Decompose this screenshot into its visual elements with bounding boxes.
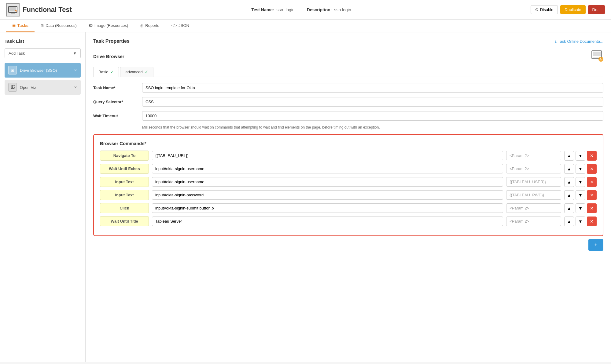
query-selector-input[interactable] bbox=[142, 97, 603, 107]
cmd-param2-4[interactable] bbox=[506, 203, 561, 213]
wait-timeout-input[interactable] bbox=[142, 111, 603, 121]
task-close-open-viz[interactable]: ✕ bbox=[74, 85, 77, 89]
cmd-down-1[interactable]: ▼ bbox=[576, 164, 585, 174]
cmd-param2-1[interactable] bbox=[506, 164, 561, 173]
cmd-param2-0[interactable] bbox=[506, 151, 561, 160]
cmd-down-5[interactable]: ▼ bbox=[576, 217, 585, 226]
command-row-0: Navigate To ▲ ▼ ✕ bbox=[100, 151, 597, 161]
cmd-delete-4[interactable]: ✕ bbox=[587, 203, 597, 213]
sidebar: Task List Add Task ▼ ⊞ Drive Browser (SS… bbox=[0, 32, 86, 362]
task-close-drive-browser[interactable]: ✕ bbox=[74, 68, 77, 72]
command-row-2: Input Text ▲ ▼ ✕ bbox=[100, 177, 597, 187]
json-icon: </> bbox=[171, 24, 177, 28]
cmd-delete-2[interactable]: ✕ bbox=[587, 177, 597, 187]
tab-reports[interactable]: ◎ Reports bbox=[134, 20, 165, 32]
command-row-4: Click ▲ ▼ ✕ bbox=[100, 203, 597, 213]
tab-tasks[interactable]: ☰ Tasks bbox=[6, 20, 35, 32]
info-icon: ℹ bbox=[555, 39, 557, 44]
test-name-value: sso_login bbox=[277, 7, 295, 12]
tab-json[interactable]: </> JSON bbox=[165, 20, 195, 32]
cmd-param1-5[interactable] bbox=[152, 217, 503, 226]
cmd-delete-0[interactable]: ✕ bbox=[587, 151, 597, 161]
cmd-param1-4[interactable] bbox=[152, 203, 503, 213]
task-name-label: Task Name* bbox=[93, 86, 136, 90]
command-row-3: Input Text ▲ ▼ ✕ bbox=[100, 190, 597, 200]
cmd-up-4[interactable]: ▲ bbox=[564, 203, 574, 213]
dropdown-icon: ▼ bbox=[73, 51, 77, 56]
cmd-param1-2[interactable] bbox=[152, 177, 503, 187]
add-command-button[interactable]: + bbox=[588, 239, 603, 251]
cmd-label-1: Wait Until Exists bbox=[100, 164, 149, 174]
cmd-up-5[interactable]: ▲ bbox=[564, 217, 574, 226]
cmd-param2-3[interactable] bbox=[506, 190, 561, 200]
add-task-button[interactable]: Add Task ▼ bbox=[5, 48, 81, 58]
delete-button[interactable]: De... bbox=[588, 5, 605, 14]
cmd-down-2[interactable]: ▼ bbox=[576, 177, 585, 187]
sub-tab-advanced[interactable]: advanced ✓ bbox=[120, 67, 153, 77]
cmd-up-0[interactable]: ▲ bbox=[564, 151, 574, 161]
reports-icon: ◎ bbox=[140, 24, 143, 28]
tab-data-resources[interactable]: ⊞ Data (Resources) bbox=[35, 20, 83, 32]
cmd-label-3: Input Text bbox=[100, 190, 149, 200]
cmd-up-3[interactable]: ▲ bbox=[564, 190, 574, 200]
cmd-param2-2[interactable] bbox=[506, 177, 561, 187]
drive-browser-icon: ↻ bbox=[591, 50, 603, 62]
task-name-group: Task Name* bbox=[93, 83, 603, 93]
header: Functional Test Test Name: sso_login Des… bbox=[0, 0, 611, 20]
query-selector-group: Query Selector* bbox=[93, 97, 603, 107]
browser-commands-title: Browser Commands* bbox=[100, 141, 597, 146]
task-icon-drive-browser: ⊞ bbox=[8, 66, 17, 75]
test-name-label: Test Name: bbox=[251, 7, 274, 12]
image-icon: 🖼 bbox=[89, 24, 93, 28]
description-value: sso login bbox=[334, 7, 351, 12]
sub-tab-basic[interactable]: Basic ✓ bbox=[93, 67, 119, 77]
svg-point-5 bbox=[16, 10, 17, 12]
cmd-down-4[interactable]: ▼ bbox=[576, 203, 585, 213]
drive-browser-header: Drive Browser ↻ bbox=[93, 50, 603, 62]
duplicate-button[interactable]: Duplicate bbox=[560, 5, 585, 14]
logo-icon bbox=[6, 3, 20, 16]
sidebar-item-open-viz[interactable]: 🖼 Open Viz ✕ bbox=[5, 80, 81, 95]
tab-image-resources[interactable]: 🖼 Image (Resources) bbox=[83, 20, 134, 32]
wait-timeout-group: Wait Timeout bbox=[93, 111, 603, 121]
svg-rect-7 bbox=[593, 52, 601, 56]
cmd-actions-2: ▲ ▼ ✕ bbox=[564, 177, 597, 187]
cmd-param2-5[interactable] bbox=[506, 217, 561, 226]
test-name-field: Test Name: sso_login bbox=[251, 7, 295, 12]
header-center: Test Name: sso_login Description: sso lo… bbox=[84, 7, 518, 12]
task-icon-open-viz: 🖼 bbox=[8, 83, 17, 92]
cmd-actions-5: ▲ ▼ ✕ bbox=[564, 217, 597, 226]
task-name-input[interactable] bbox=[142, 83, 603, 93]
command-row-1: Wait Until Exists ▲ ▼ ✕ bbox=[100, 164, 597, 174]
main-tabs: ☰ Tasks ⊞ Data (Resources) 🖼 Image (Reso… bbox=[0, 20, 611, 32]
data-icon: ⊞ bbox=[41, 24, 44, 28]
main-content: Task Properties ℹ Task Online Documenta.… bbox=[86, 32, 611, 362]
cmd-param1-3[interactable] bbox=[152, 190, 503, 200]
wait-timeout-hint: Milliseconds that the browser should wai… bbox=[142, 125, 603, 129]
cmd-label-5: Wait Until Title bbox=[100, 216, 149, 226]
wait-timeout-label: Wait Timeout bbox=[93, 114, 136, 118]
disable-button[interactable]: ⊙ Disable bbox=[531, 5, 558, 14]
cmd-up-2[interactable]: ▲ bbox=[564, 177, 574, 187]
cmd-actions-0: ▲ ▼ ✕ bbox=[564, 151, 597, 161]
cmd-delete-5[interactable]: ✕ bbox=[587, 217, 597, 226]
sidebar-item-drive-browser[interactable]: ⊞ Drive Browser (SSO) ✕ bbox=[5, 63, 81, 78]
cmd-delete-3[interactable]: ✕ bbox=[587, 190, 597, 200]
task-online-doc-link[interactable]: ℹ Task Online Documenta... bbox=[555, 39, 603, 44]
cmd-up-1[interactable]: ▲ bbox=[564, 164, 574, 174]
cmd-delete-1[interactable]: ✕ bbox=[587, 164, 597, 174]
cmd-actions-3: ▲ ▼ ✕ bbox=[564, 190, 597, 200]
sidebar-title: Task List bbox=[5, 38, 81, 44]
query-selector-label: Query Selector* bbox=[93, 100, 136, 104]
cmd-down-0[interactable]: ▼ bbox=[576, 151, 585, 161]
browser-commands-box: Browser Commands* Navigate To ▲ ▼ ✕ Wait… bbox=[93, 134, 603, 236]
cmd-down-3[interactable]: ▼ bbox=[576, 190, 585, 200]
basic-check-icon: ✓ bbox=[110, 70, 114, 74]
cmd-param1-1[interactable] bbox=[152, 164, 503, 173]
app-logo: Functional Test bbox=[6, 3, 72, 16]
cmd-param1-0[interactable] bbox=[152, 151, 503, 160]
cmd-actions-4: ▲ ▼ ✕ bbox=[564, 203, 597, 213]
sub-tabs: Basic ✓ advanced ✓ bbox=[93, 67, 603, 77]
command-row-5: Wait Until Title ▲ ▼ ✕ bbox=[100, 216, 597, 226]
content-title: Task Properties bbox=[93, 38, 130, 44]
